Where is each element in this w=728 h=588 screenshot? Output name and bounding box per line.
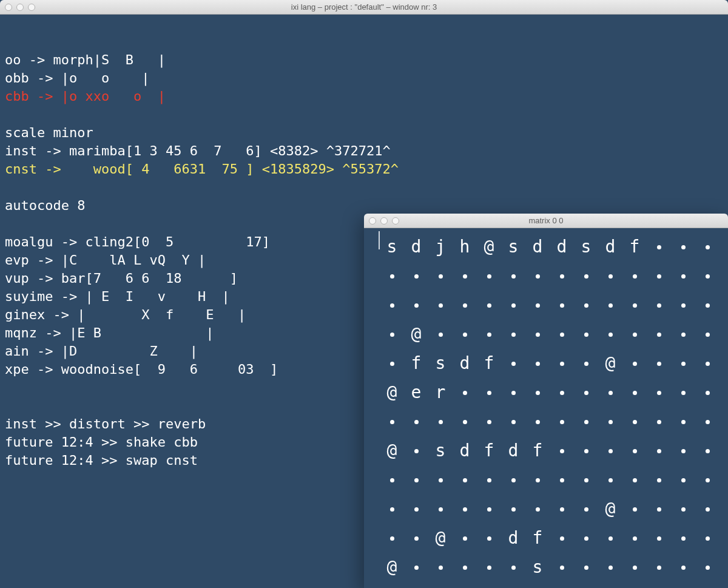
matrix-cell[interactable] xyxy=(501,470,525,490)
main-titlebar[interactable]: ixi lang – project : "default" – window … xyxy=(0,0,728,15)
matrix-cell[interactable] xyxy=(695,528,720,548)
matrix-cell[interactable]: d xyxy=(598,237,622,257)
matrix-cell[interactable] xyxy=(695,353,720,373)
matrix-cell[interactable] xyxy=(404,266,428,286)
matrix-cell[interactable] xyxy=(501,411,525,431)
matrix-cell[interactable]: @ xyxy=(598,353,622,373)
matrix-cell[interactable] xyxy=(380,353,404,373)
matrix-cell[interactable]: s xyxy=(501,237,525,257)
matrix-cell[interactable] xyxy=(525,382,550,402)
matrix-cell[interactable] xyxy=(453,470,477,490)
matrix-cell[interactable] xyxy=(550,470,574,490)
matrix-cell[interactable] xyxy=(647,411,671,431)
matrix-cell[interactable] xyxy=(574,499,598,519)
matrix-cell[interactable] xyxy=(428,295,453,315)
matrix-cell[interactable] xyxy=(598,382,622,402)
matrix-cell[interactable]: f xyxy=(525,441,550,461)
matrix-cell[interactable] xyxy=(671,382,695,402)
matrix-cell[interactable] xyxy=(380,528,404,548)
matrix-cell[interactable] xyxy=(380,411,404,431)
matrix-cell[interactable] xyxy=(622,295,647,315)
matrix-cell[interactable] xyxy=(501,266,525,286)
matrix-cell[interactable] xyxy=(598,295,622,315)
matrix-cell[interactable] xyxy=(574,470,598,490)
matrix-cell[interactable] xyxy=(647,237,671,257)
matrix-cell[interactable] xyxy=(404,411,428,431)
matrix-cell[interactable] xyxy=(428,499,453,519)
matrix-cell[interactable]: e xyxy=(404,382,428,402)
matrix-cell[interactable] xyxy=(380,295,404,315)
matrix-cell[interactable] xyxy=(501,353,525,373)
matrix-cell[interactable] xyxy=(550,266,574,286)
code-line[interactable]: inst -> marimba[1 3 45 6 7 6] <8382> ^37… xyxy=(5,142,723,160)
matrix-cell[interactable]: d xyxy=(453,441,477,461)
matrix-cell[interactable]: f xyxy=(477,353,501,373)
matrix-cell[interactable] xyxy=(453,557,477,577)
matrix-cell[interactable] xyxy=(695,237,720,257)
matrix-grid[interactable]: sdjh@sddsdf@fsdf@@er@sdfdf@@df@s xyxy=(364,228,728,588)
matrix-cell[interactable]: @ xyxy=(598,499,622,519)
matrix-cell[interactable] xyxy=(501,382,525,402)
minimize-icon[interactable] xyxy=(16,4,24,11)
matrix-cell[interactable] xyxy=(380,324,404,344)
matrix-cell[interactable]: f xyxy=(404,353,428,373)
matrix-cell[interactable] xyxy=(477,528,501,548)
matrix-cell[interactable] xyxy=(525,295,550,315)
matrix-cell[interactable] xyxy=(695,499,720,519)
matrix-cell[interactable] xyxy=(671,266,695,286)
matrix-cell[interactable] xyxy=(550,324,574,344)
matrix-cell[interactable] xyxy=(574,266,598,286)
matrix-cell[interactable] xyxy=(477,324,501,344)
matrix-cell[interactable] xyxy=(501,499,525,519)
matrix-cell[interactable] xyxy=(622,382,647,402)
matrix-cell[interactable]: f xyxy=(525,528,550,548)
matrix-cell[interactable] xyxy=(647,470,671,490)
matrix-cell[interactable] xyxy=(525,411,550,431)
matrix-cell[interactable] xyxy=(647,353,671,373)
matrix-cell[interactable] xyxy=(671,557,695,577)
matrix-cell[interactable] xyxy=(622,411,647,431)
matrix-cell[interactable] xyxy=(477,295,501,315)
matrix-cell[interactable] xyxy=(647,441,671,461)
matrix-cell[interactable]: s xyxy=(428,441,453,461)
matrix-cell[interactable] xyxy=(598,324,622,344)
matrix-cell[interactable] xyxy=(598,266,622,286)
matrix-cell[interactable] xyxy=(550,295,574,315)
matrix-cell[interactable] xyxy=(404,499,428,519)
matrix-cell[interactable] xyxy=(501,557,525,577)
matrix-cell[interactable] xyxy=(647,324,671,344)
matrix-cell[interactable] xyxy=(525,324,550,344)
matrix-cell[interactable] xyxy=(380,266,404,286)
matrix-cell[interactable] xyxy=(574,557,598,577)
matrix-cell[interactable] xyxy=(671,411,695,431)
matrix-cell[interactable] xyxy=(550,499,574,519)
matrix-cell[interactable] xyxy=(574,441,598,461)
matrix-cell[interactable] xyxy=(622,470,647,490)
matrix-cell[interactable] xyxy=(404,441,428,461)
matrix-cell[interactable] xyxy=(477,557,501,577)
matrix-cell[interactable] xyxy=(647,266,671,286)
matrix-cell[interactable] xyxy=(404,528,428,548)
matrix-cell[interactable] xyxy=(622,441,647,461)
code-line[interactable] xyxy=(5,106,723,124)
matrix-cell[interactable] xyxy=(695,411,720,431)
matrix-cell[interactable] xyxy=(598,411,622,431)
matrix-cell[interactable] xyxy=(550,441,574,461)
matrix-cell[interactable] xyxy=(622,324,647,344)
close-icon[interactable] xyxy=(5,4,12,11)
matrix-cell[interactable] xyxy=(525,353,550,373)
matrix-cell[interactable] xyxy=(671,441,695,461)
matrix-cell[interactable] xyxy=(574,528,598,548)
matrix-cell[interactable] xyxy=(671,470,695,490)
matrix-cell[interactable] xyxy=(622,557,647,577)
matrix-cell[interactable]: d xyxy=(525,237,550,257)
matrix-cell[interactable] xyxy=(453,295,477,315)
matrix-cell[interactable] xyxy=(574,295,598,315)
code-line[interactable]: autocode 8 xyxy=(5,197,723,215)
matrix-cell[interactable] xyxy=(671,353,695,373)
matrix-cell[interactable]: f xyxy=(477,441,501,461)
matrix-cell[interactable] xyxy=(695,324,720,344)
matrix-cell[interactable] xyxy=(477,499,501,519)
zoom-icon[interactable] xyxy=(28,4,35,11)
matrix-cell[interactable]: @ xyxy=(477,237,501,257)
